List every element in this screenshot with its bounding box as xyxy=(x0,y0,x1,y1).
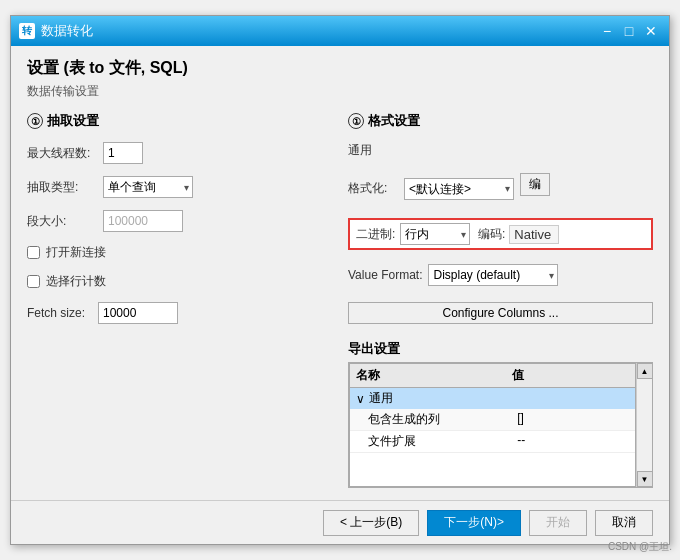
row1-name: 包含生成的列 xyxy=(356,411,517,428)
title-bar: 转 数据转化 − □ ✕ xyxy=(11,16,669,46)
table-row: 包含生成的列 [] xyxy=(350,409,635,431)
window-title: 数据转化 xyxy=(41,22,93,40)
thread-row: 最大线程数: xyxy=(27,142,332,164)
binary-select[interactable]: 行内 xyxy=(400,223,470,245)
fetch-type-label: 抽取类型: xyxy=(27,179,97,196)
fetch-type-select-wrapper: 单个查询 xyxy=(103,176,193,198)
export-table: 名称 值 ∨ 通用 包含生成的列 [] xyxy=(349,363,636,487)
right-panel: ① 格式设置 通用 格式化: <默认连接> 编 二进制: xyxy=(348,112,653,488)
start-button[interactable]: 开始 xyxy=(529,510,587,536)
export-section-header: 导出设置 xyxy=(348,340,653,358)
main-window: 转 数据转化 − □ ✕ 设置 (表 to 文件, SQL) 数据传输设置 ① … xyxy=(10,15,670,545)
col-name-header: 名称 xyxy=(356,367,512,384)
format-select[interactable]: <默认连接> xyxy=(404,178,514,200)
minimize-button[interactable]: − xyxy=(597,21,617,41)
page-subtitle: 数据传输设置 xyxy=(27,83,653,100)
scroll-up-button[interactable]: ▲ xyxy=(637,363,653,379)
table-group-row: ∨ 通用 xyxy=(350,388,635,409)
right-section-num: ① xyxy=(348,113,364,129)
page-title: 设置 (表 to 文件, SQL) xyxy=(27,58,653,79)
value-format-label: Value Format: xyxy=(348,268,422,282)
open-connection-label: 打开新连接 xyxy=(46,244,106,261)
configure-columns-button[interactable]: Configure Columns ... xyxy=(348,302,653,324)
maximize-button[interactable]: □ xyxy=(619,21,639,41)
format-edit-button[interactable]: 编 xyxy=(520,173,550,196)
chunk-row: 段大小: xyxy=(27,210,332,232)
title-bar-left: 转 数据转化 xyxy=(19,22,93,40)
table-row: 文件扩展 -- xyxy=(350,431,635,453)
export-table-body: ∨ 通用 包含生成的列 [] 文件扩展 -- xyxy=(350,388,635,486)
format-row: 格式化: <默认连接> 编 xyxy=(348,173,653,204)
group-label: 通用 xyxy=(369,390,393,407)
row1-value: [] xyxy=(517,411,629,428)
format-select-wrapper: <默认连接> xyxy=(404,178,514,200)
row-count-checkbox[interactable] xyxy=(27,275,40,288)
export-section: 导出设置 名称 值 ∨ 通用 xyxy=(348,340,653,488)
row-count-label: 选择行计数 xyxy=(46,273,106,290)
title-controls: − □ ✕ xyxy=(597,21,661,41)
export-table-outer: 名称 值 ∨ 通用 包含生成的列 [] xyxy=(348,362,653,488)
binary-row-highlighted: 二进制: 行内 编码: Native xyxy=(348,218,653,250)
close-button[interactable]: ✕ xyxy=(641,21,661,41)
chunk-label: 段大小: xyxy=(27,213,97,230)
fetch-size-row: Fetch size: xyxy=(27,302,332,324)
format-label: 格式化: xyxy=(348,180,398,197)
thread-input[interactable] xyxy=(103,142,143,164)
next-button[interactable]: 下一步(N)> xyxy=(427,510,521,536)
content-area: 设置 (表 to 文件, SQL) 数据传输设置 ① 抽取设置 最大线程数: 抽… xyxy=(11,46,669,500)
back-button[interactable]: < 上一步(B) xyxy=(323,510,419,536)
value-format-select-wrapper: Display (default) xyxy=(428,264,558,286)
two-column-layout: ① 抽取设置 最大线程数: 抽取类型: 单个查询 段大小: xyxy=(27,112,653,488)
export-section-title: 导出设置 xyxy=(348,340,400,358)
left-section-title: 抽取设置 xyxy=(47,112,99,130)
left-panel: ① 抽取设置 最大线程数: 抽取类型: 单个查询 段大小: xyxy=(27,112,332,488)
value-format-select[interactable]: Display (default) xyxy=(428,264,558,286)
export-table-header: 名称 值 xyxy=(350,364,635,388)
right-section-title: 格式设置 xyxy=(368,112,420,130)
right-subheader: 通用 xyxy=(348,142,653,159)
thread-label: 最大线程数: xyxy=(27,145,97,162)
group-chevron-icon: ∨ xyxy=(356,392,365,406)
row-count-row: 选择行计数 xyxy=(27,273,332,290)
row2-name: 文件扩展 xyxy=(356,433,517,450)
native-value: Native xyxy=(509,225,559,244)
binary-label: 二进制: xyxy=(356,226,396,243)
open-connection-row: 打开新连接 xyxy=(27,244,332,261)
col-value-header: 值 xyxy=(512,367,629,384)
right-section-header: ① 格式设置 xyxy=(348,112,653,130)
scroll-down-button[interactable]: ▼ xyxy=(637,471,653,487)
open-connection-checkbox[interactable] xyxy=(27,246,40,259)
footer: < 上一步(B) 下一步(N)> 开始 取消 xyxy=(11,500,669,544)
chunk-input[interactable] xyxy=(103,210,183,232)
fetch-type-select[interactable]: 单个查询 xyxy=(103,176,193,198)
fetch-size-input[interactable] xyxy=(98,302,178,324)
row2-value: -- xyxy=(517,433,629,450)
cancel-button[interactable]: 取消 xyxy=(595,510,653,536)
app-icon: 转 xyxy=(19,23,35,39)
left-section-num: ① xyxy=(27,113,43,129)
left-section-header: ① 抽取设置 xyxy=(27,112,332,130)
fetch-type-row: 抽取类型: 单个查询 xyxy=(27,176,332,198)
binary-select-wrapper: 行内 xyxy=(400,223,470,245)
value-format-row: Value Format: Display (default) xyxy=(348,264,653,286)
encode-label: 编码: xyxy=(478,226,505,243)
scrollbar: ▲ ▼ xyxy=(636,363,652,487)
watermark: CSDN @王坦. xyxy=(608,540,672,554)
fetch-size-label: Fetch size: xyxy=(27,306,92,320)
